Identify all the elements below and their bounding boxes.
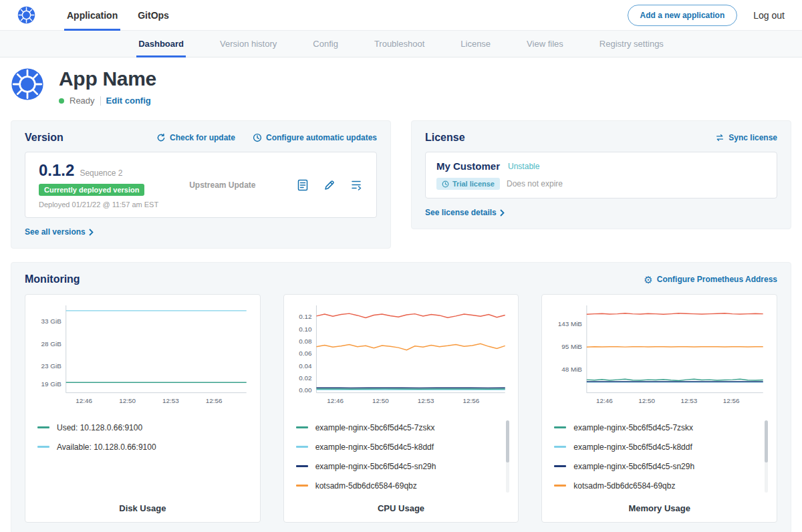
memory-usage-plot: 143 MiB95 MiB48 MiB12:4612:5012:5312:56 (550, 303, 769, 408)
disk-usage-legend: Used: 10.128.0.66:9100Available: 10.128.… (33, 418, 252, 456)
legend-scrollbar[interactable] (765, 420, 768, 493)
svg-text:0.00: 0.00 (299, 386, 312, 394)
app-subnav: Dashboard Version history Config Trouble… (0, 31, 802, 57)
legend-label: Available: 10.128.0.66:9100 (57, 442, 156, 452)
charts-row: 33 GiB28 GiB23 GiB19 GiB12:4612:5012:531… (25, 294, 777, 523)
view-diff-icon[interactable] (350, 178, 363, 192)
gear-icon: ⚙ (644, 275, 652, 285)
svg-text:12:50: 12:50 (372, 397, 389, 404)
legend-item: example-nginx-5bc6f5d4c5-sn29h (554, 456, 758, 476)
top-navbar: Application GitOps Add a new application… (0, 0, 802, 31)
legend-item: Available: 10.128.0.66:9100 (37, 437, 241, 456)
chart-title-disk: Disk Usage (33, 495, 252, 513)
memory-usage-chart-card: 143 MiB95 MiB48 MiB12:4612:5012:5312:56 … (541, 294, 777, 523)
license-card: License Sync license My Customer Unstabl… (411, 120, 791, 229)
svg-text:12:56: 12:56 (206, 397, 223, 404)
svg-text:95 MiB: 95 MiB (562, 343, 583, 350)
legend-label: example-nginx-5bc6f5d4c5-sn29h (573, 462, 694, 471)
svg-text:0.12: 0.12 (299, 313, 311, 320)
svg-text:12:50: 12:50 (119, 397, 136, 404)
svg-text:12:53: 12:53 (681, 397, 698, 404)
legend-swatch (37, 426, 49, 428)
svg-text:12:50: 12:50 (639, 397, 656, 404)
svg-text:12:46: 12:46 (596, 397, 613, 404)
version-number: 0.1.2 (39, 161, 74, 180)
check-for-update-link[interactable]: Check for update (156, 133, 235, 142)
chart-legend: Used: 10.128.0.66:9100Available: 10.128.… (37, 418, 241, 456)
subnav-tab-view-files[interactable]: View files (509, 31, 581, 57)
legend-label: kotsadm-5db6dc6584-69qbz (573, 481, 675, 491)
current-version-box: 0.1.2 Sequence 2 Currently deployed vers… (25, 152, 377, 218)
svg-text:143 MiB: 143 MiB (558, 320, 583, 327)
subnav-tab-dashboard[interactable]: Dashboard (120, 31, 202, 57)
legend-label: Used: 10.128.0.66:9100 (57, 423, 142, 432)
nav-tab-gitops[interactable]: GitOps (128, 0, 179, 31)
legend-scrollbar-thumb[interactable] (506, 420, 509, 462)
clock-icon (442, 180, 449, 188)
nav-tab-application[interactable]: Application (57, 0, 128, 31)
monitoring-card: Monitoring ⚙ Configure Prometheus Addres… (11, 262, 791, 532)
svg-text:0.08: 0.08 (299, 338, 312, 345)
legend-item: Used: 10.128.0.66:9100 (37, 418, 241, 437)
svg-text:48 MiB: 48 MiB (562, 366, 583, 373)
legend-scrollbar-thumb[interactable] (765, 420, 768, 462)
version-sequence: Sequence 2 (80, 168, 122, 178)
subnav-tab-license[interactable]: License (442, 31, 509, 57)
upstream-update-label: Upstream Update (189, 180, 255, 190)
app-status: Ready (70, 96, 95, 106)
edit-config-icon[interactable] (323, 178, 336, 192)
legend-item: example-nginx-5bc6f5d4c5-sn29h (296, 456, 500, 476)
deployed-badge: Currently deployed version (39, 184, 144, 196)
disk-usage-chart-card: 33 GiB28 GiB23 GiB19 GiB12:4612:5012:531… (25, 294, 261, 523)
legend-label: example-nginx-5bc6f5d4c5-7zskx (315, 423, 435, 432)
legend-item: example-nginx-5bc6f5d4c5-7zskx (554, 418, 758, 437)
license-expiration: Does not expire (507, 179, 563, 188)
app-icon (11, 68, 44, 101)
see-license-details-link[interactable]: See license details (425, 208, 505, 217)
release-notes-icon[interactable] (296, 178, 309, 192)
cpu-usage-chart-card: 0.120.100.080.060.040.020.0012:4612:5012… (283, 294, 519, 523)
top-nav-tabs: Application GitOps (57, 0, 179, 31)
status-dot (59, 98, 64, 104)
chevron-right-icon (89, 229, 94, 236)
divider (100, 96, 101, 106)
configure-prometheus-link[interactable]: ⚙ Configure Prometheus Address (644, 275, 777, 285)
subnav-tab-troubleshoot[interactable]: Troubleshoot (356, 31, 442, 57)
edit-config-link[interactable]: Edit config (106, 96, 151, 106)
svg-text:0.10: 0.10 (299, 325, 312, 333)
chart-legend: example-nginx-5bc6f5d4c5-7zskxexample-ng… (554, 418, 758, 495)
legend-swatch (37, 446, 49, 448)
subnav-tab-config[interactable]: Config (295, 31, 356, 57)
version-card-title: Version (25, 132, 63, 144)
deployed-timestamp: Deployed 01/21/22 @ 11:57 am EST (39, 201, 158, 209)
svg-text:19 GiB: 19 GiB (41, 380, 62, 388)
svg-text:12:46: 12:46 (76, 397, 92, 404)
svg-text:12:53: 12:53 (162, 397, 179, 404)
cpu-usage-plot: 0.120.100.080.060.040.020.0012:4612:5012… (292, 303, 511, 408)
add-application-button[interactable]: Add a new application (628, 5, 738, 26)
chevron-right-icon (500, 209, 505, 217)
sync-license-link[interactable]: Sync license (715, 133, 777, 142)
license-card-title: License (425, 132, 465, 144)
license-box: My Customer Unstable Trial license Does … (425, 152, 777, 198)
svg-text:12:56: 12:56 (462, 397, 479, 404)
svg-text:12:56: 12:56 (723, 397, 740, 404)
legend-label: example-nginx-5bc6f5d4c5-7zskx (573, 423, 693, 432)
logout-link[interactable]: Log out (753, 10, 785, 21)
subnav-tab-registry-settings[interactable]: Registry settings (581, 31, 682, 57)
legend-swatch (554, 465, 566, 467)
kubernetes-logo-icon[interactable] (17, 6, 35, 24)
app-header: App Name Ready Edit config (0, 57, 802, 112)
legend-scrollbar[interactable] (506, 420, 509, 493)
clock-icon (253, 133, 262, 142)
legend-item: example-nginx-5bc6f5d4c5-k8ddf (554, 437, 758, 456)
svg-text:0.06: 0.06 (299, 350, 312, 357)
disk-usage-plot: 33 GiB28 GiB23 GiB19 GiB12:4612:5012:531… (33, 303, 252, 408)
legend-label: kotsadm-5db6dc6584-69qbz (315, 481, 417, 491)
subnav-tab-version-history[interactable]: Version history (202, 31, 295, 57)
svg-text:12:46: 12:46 (327, 397, 344, 404)
configure-automatic-updates-link[interactable]: Configure automatic updates (253, 133, 377, 142)
customer-name: My Customer (436, 160, 500, 172)
see-all-versions-link[interactable]: See all versions (25, 227, 94, 237)
chart-title-memory: Memory Usage (550, 495, 769, 513)
